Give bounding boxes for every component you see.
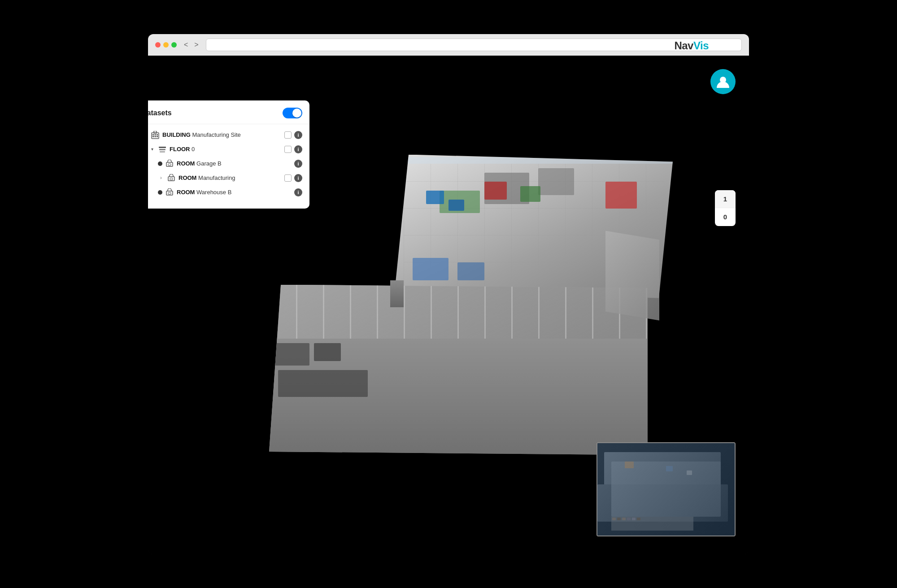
person-icon (716, 74, 730, 89)
nav-buttons: < > (182, 40, 200, 50)
svg-rect-6 (157, 136, 158, 137)
blue-machinery-2 (448, 200, 464, 211)
browser-chrome: < > NavVis (148, 34, 749, 56)
blue-machinery-1 (426, 191, 444, 204)
address-bar[interactable] (206, 39, 742, 51)
traffic-light-yellow[interactable] (163, 42, 169, 48)
building-3d (269, 155, 673, 469)
traffic-light-green[interactable] (171, 42, 177, 48)
svg-rect-3 (157, 134, 158, 135)
garage-dot (158, 161, 162, 166)
browser-window: < > NavVis (148, 34, 749, 554)
panel-title: Datasets (148, 109, 172, 117)
svg-rect-0 (152, 133, 159, 139)
room-manufacturing-bold: ROOM (179, 174, 196, 181)
back-button[interactable]: < (182, 40, 190, 50)
upper-side-wall (390, 280, 404, 307)
svg-rect-4 (152, 136, 154, 137)
svg-rect-14 (170, 178, 173, 180)
floor-label-text: 0 (190, 146, 195, 152)
svg-rect-2 (155, 134, 156, 135)
svg-rect-11 (166, 162, 173, 166)
green-machinery (520, 186, 540, 202)
building-info-btn[interactable]: i (294, 131, 302, 139)
mini-map-image (597, 443, 735, 536)
datasets-panel: Datasets ▾ (148, 100, 309, 209)
manufacturing-checkbox[interactable] (284, 174, 292, 182)
svg-rect-13 (168, 177, 174, 181)
room-garage-row[interactable]: ROOM Garage B i (148, 157, 309, 171)
garage-info-btn[interactable]: i (294, 160, 302, 168)
floor-1-btn[interactable]: 1 (715, 190, 736, 208)
traffic-lights (155, 42, 177, 48)
building-icon (151, 131, 160, 139)
room-warehouse-icon (165, 188, 174, 197)
room-warehouse-label: ROOM Warehouse B (177, 189, 292, 196)
browser-content: Datasets ▾ (148, 56, 749, 554)
svg-rect-1 (152, 134, 154, 135)
floor-row[interactable]: ▾ FLOOR 0 i (148, 142, 309, 157)
room-garage-label: ROOM Garage B (177, 160, 292, 167)
room-manufacturing-row[interactable]: › ROOM Manufacturing i (148, 171, 309, 185)
svg-rect-10 (160, 151, 165, 152)
manufacturing-info-btn[interactable]: i (294, 174, 302, 182)
red-machinery (484, 182, 507, 200)
building-label-bold: BUILDING (162, 131, 191, 138)
forward-button[interactable]: > (192, 40, 200, 50)
svg-rect-5 (155, 136, 156, 137)
navvis-logo: NavVis (674, 39, 709, 52)
user-avatar[interactable] (710, 69, 736, 94)
traffic-light-red[interactable] (155, 42, 161, 48)
floor-chevron[interactable]: ▾ (149, 146, 155, 152)
room-garage-text: Garage B (195, 160, 221, 167)
svg-rect-15 (166, 191, 173, 195)
floor-label-bold: FLOOR (170, 146, 190, 152)
svg-rect-9 (159, 149, 165, 150)
datasets-toggle[interactable] (283, 108, 302, 118)
warehouse-info-btn[interactable]: i (294, 188, 302, 196)
floor-icon (158, 145, 167, 154)
warehouse-dot (158, 190, 162, 195)
svg-rect-12 (168, 164, 171, 166)
building-label: BUILDING Manufacturing Site (162, 131, 282, 138)
navvis-vis: Vis (693, 39, 709, 52)
manufacturing-chevron[interactable]: › (158, 175, 164, 181)
room-manufacturing-label: ROOM Manufacturing (179, 174, 282, 181)
building-row[interactable]: ▾ BUILDING Manufacturing Site (148, 128, 309, 142)
svg-rect-16 (168, 192, 171, 194)
right-extension (605, 231, 659, 321)
room-warehouse-text: Warehouse B (195, 189, 231, 196)
floor-label: FLOOR 0 (170, 146, 282, 152)
svg-rect-7 (154, 131, 157, 133)
navvis-nav: Nav (674, 39, 693, 52)
svg-rect-8 (159, 147, 166, 148)
building-checkbox[interactable] (284, 131, 292, 139)
building-label-text: Manufacturing Site (191, 131, 241, 138)
room-manufacturing-icon (167, 174, 176, 183)
room-garage-icon (165, 159, 174, 168)
floor-info-btn[interactable]: i (294, 145, 302, 153)
floor-checkbox[interactable] (284, 146, 292, 153)
floor-0-btn[interactable]: 0 (715, 208, 736, 226)
room-manufacturing-text: Manufacturing (196, 174, 235, 181)
floor-controls: 1 0 (715, 190, 736, 226)
room-garage-bold: ROOM (177, 160, 195, 167)
mini-map (597, 442, 736, 536)
room-warehouse-row[interactable]: ROOM Warehouse B i (148, 185, 309, 200)
lower-floor-face (269, 285, 659, 455)
panel-header: Datasets (148, 108, 309, 124)
room-warehouse-bold: ROOM (177, 189, 195, 196)
